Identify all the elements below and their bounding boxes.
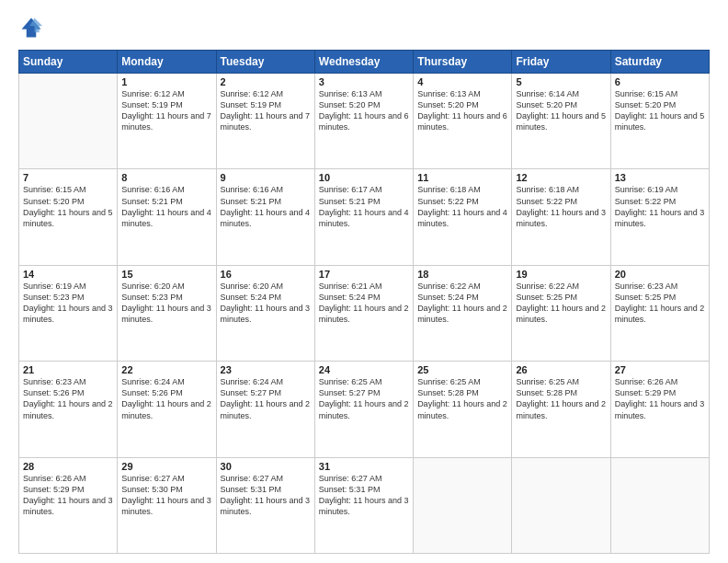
- day-number: 25: [417, 364, 507, 375]
- day-info: Sunrise: 6:18 AMSunset: 5:22 PMDaylight:…: [516, 184, 606, 229]
- day-number: 28: [23, 461, 113, 472]
- day-number: 5: [516, 76, 606, 87]
- calendar-cell: 8Sunrise: 6:16 AMSunset: 5:21 PMDaylight…: [118, 169, 216, 265]
- day-info: Sunrise: 6:20 AMSunset: 5:24 PMDaylight:…: [221, 281, 311, 326]
- calendar-cell: [512, 457, 610, 553]
- day-info: Sunrise: 6:16 AMSunset: 5:21 PMDaylight:…: [121, 184, 211, 229]
- logo: [18, 15, 48, 40]
- day-info: Sunrise: 6:25 AMSunset: 5:27 PMDaylight:…: [319, 376, 409, 421]
- week-row-4: 21Sunrise: 6:23 AMSunset: 5:26 PMDayligh…: [19, 362, 710, 457]
- day-info: Sunrise: 6:17 AMSunset: 5:21 PMDaylight:…: [319, 184, 409, 229]
- calendar-cell: 21Sunrise: 6:23 AMSunset: 5:26 PMDayligh…: [19, 362, 118, 457]
- day-info: Sunrise: 6:27 AMSunset: 5:30 PMDaylight:…: [121, 473, 211, 518]
- day-info: Sunrise: 6:25 AMSunset: 5:28 PMDaylight:…: [417, 376, 507, 421]
- weekday-header-thursday: Thursday: [414, 51, 512, 74]
- calendar-cell: 23Sunrise: 6:24 AMSunset: 5:27 PMDayligh…: [216, 362, 314, 457]
- calendar-cell: 15Sunrise: 6:20 AMSunset: 5:23 PMDayligh…: [118, 265, 216, 361]
- day-info: Sunrise: 6:24 AMSunset: 5:26 PMDaylight:…: [121, 376, 211, 421]
- day-number: 1: [121, 76, 211, 87]
- day-info: Sunrise: 6:25 AMSunset: 5:28 PMDaylight:…: [516, 376, 606, 421]
- day-info: Sunrise: 6:15 AMSunset: 5:20 PMDaylight:…: [615, 88, 705, 133]
- day-number: 24: [319, 364, 409, 375]
- day-number: 3: [319, 76, 409, 87]
- day-info: Sunrise: 6:13 AMSunset: 5:20 PMDaylight:…: [319, 88, 409, 133]
- day-number: 18: [417, 269, 507, 280]
- day-info: Sunrise: 6:12 AMSunset: 5:19 PMDaylight:…: [221, 88, 311, 133]
- day-number: 23: [221, 364, 311, 375]
- weekday-header-sunday: Sunday: [19, 51, 118, 74]
- calendar-cell: 16Sunrise: 6:20 AMSunset: 5:24 PMDayligh…: [216, 265, 314, 361]
- calendar-cell: 11Sunrise: 6:18 AMSunset: 5:22 PMDayligh…: [414, 169, 512, 265]
- calendar-cell: [414, 457, 512, 553]
- page: SundayMondayTuesdayWednesdayThursdayFrid…: [0, 0, 728, 563]
- day-number: 19: [516, 269, 606, 280]
- day-info: Sunrise: 6:19 AMSunset: 5:22 PMDaylight:…: [615, 184, 705, 229]
- calendar-cell: 4Sunrise: 6:13 AMSunset: 5:20 PMDaylight…: [414, 74, 512, 169]
- calendar-cell: 27Sunrise: 6:26 AMSunset: 5:29 PMDayligh…: [610, 362, 709, 457]
- day-info: Sunrise: 6:23 AMSunset: 5:25 PMDaylight:…: [615, 281, 705, 326]
- day-number: 22: [121, 364, 211, 375]
- day-number: 7: [23, 172, 113, 183]
- calendar-cell: 13Sunrise: 6:19 AMSunset: 5:22 PMDayligh…: [610, 169, 709, 265]
- day-info: Sunrise: 6:27 AMSunset: 5:31 PMDaylight:…: [319, 473, 409, 518]
- day-number: 6: [615, 76, 705, 87]
- day-number: 21: [23, 364, 113, 375]
- day-info: Sunrise: 6:19 AMSunset: 5:23 PMDaylight:…: [23, 281, 113, 326]
- weekday-header-wednesday: Wednesday: [314, 51, 413, 74]
- calendar-cell: 31Sunrise: 6:27 AMSunset: 5:31 PMDayligh…: [314, 457, 413, 553]
- day-number: 31: [319, 461, 409, 472]
- day-number: 27: [615, 364, 705, 375]
- calendar-cell: [19, 74, 118, 169]
- day-number: 17: [319, 269, 409, 280]
- day-info: Sunrise: 6:22 AMSunset: 5:24 PMDaylight:…: [417, 281, 507, 326]
- weekday-header-friday: Friday: [512, 51, 610, 74]
- day-number: 29: [121, 461, 211, 472]
- calendar-cell: 30Sunrise: 6:27 AMSunset: 5:31 PMDayligh…: [216, 457, 314, 553]
- calendar-cell: 18Sunrise: 6:22 AMSunset: 5:24 PMDayligh…: [414, 265, 512, 361]
- calendar-cell: 3Sunrise: 6:13 AMSunset: 5:20 PMDaylight…: [314, 74, 413, 169]
- day-number: 30: [221, 461, 311, 472]
- calendar-cell: 29Sunrise: 6:27 AMSunset: 5:30 PMDayligh…: [118, 457, 216, 553]
- calendar-cell: 1Sunrise: 6:12 AMSunset: 5:19 PMDaylight…: [118, 74, 216, 169]
- day-number: 10: [319, 172, 409, 183]
- day-info: Sunrise: 6:26 AMSunset: 5:29 PMDaylight:…: [615, 376, 705, 421]
- day-number: 11: [417, 172, 507, 183]
- day-info: Sunrise: 6:14 AMSunset: 5:20 PMDaylight:…: [516, 88, 606, 133]
- logo-icon: [18, 15, 44, 40]
- day-info: Sunrise: 6:16 AMSunset: 5:21 PMDaylight:…: [221, 184, 311, 229]
- day-number: 16: [221, 269, 311, 280]
- day-number: 20: [615, 269, 705, 280]
- day-info: Sunrise: 6:23 AMSunset: 5:26 PMDaylight:…: [23, 376, 113, 421]
- header: [18, 15, 710, 40]
- day-info: Sunrise: 6:15 AMSunset: 5:20 PMDaylight:…: [23, 184, 113, 229]
- day-number: 12: [516, 172, 606, 183]
- day-info: Sunrise: 6:20 AMSunset: 5:23 PMDaylight:…: [121, 281, 211, 326]
- calendar-cell: 19Sunrise: 6:22 AMSunset: 5:25 PMDayligh…: [512, 265, 610, 361]
- week-row-2: 7Sunrise: 6:15 AMSunset: 5:20 PMDaylight…: [19, 169, 710, 265]
- calendar-cell: 9Sunrise: 6:16 AMSunset: 5:21 PMDaylight…: [216, 169, 314, 265]
- calendar-cell: 17Sunrise: 6:21 AMSunset: 5:24 PMDayligh…: [314, 265, 413, 361]
- day-number: 14: [23, 269, 113, 280]
- calendar-cell: 24Sunrise: 6:25 AMSunset: 5:27 PMDayligh…: [314, 362, 413, 457]
- calendar-cell: 28Sunrise: 6:26 AMSunset: 5:29 PMDayligh…: [19, 457, 118, 553]
- calendar-cell: 7Sunrise: 6:15 AMSunset: 5:20 PMDaylight…: [19, 169, 118, 265]
- weekday-header-tuesday: Tuesday: [216, 51, 314, 74]
- day-info: Sunrise: 6:24 AMSunset: 5:27 PMDaylight:…: [221, 376, 311, 421]
- weekday-header-monday: Monday: [118, 51, 216, 74]
- day-info: Sunrise: 6:13 AMSunset: 5:20 PMDaylight:…: [417, 88, 507, 133]
- calendar-cell: 2Sunrise: 6:12 AMSunset: 5:19 PMDaylight…: [216, 74, 314, 169]
- day-info: Sunrise: 6:27 AMSunset: 5:31 PMDaylight:…: [221, 473, 311, 518]
- day-number: 26: [516, 364, 606, 375]
- day-info: Sunrise: 6:18 AMSunset: 5:22 PMDaylight:…: [417, 184, 507, 229]
- calendar-cell: 5Sunrise: 6:14 AMSunset: 5:20 PMDaylight…: [512, 74, 610, 169]
- day-info: Sunrise: 6:12 AMSunset: 5:19 PMDaylight:…: [121, 88, 211, 133]
- day-info: Sunrise: 6:22 AMSunset: 5:25 PMDaylight:…: [516, 281, 606, 326]
- calendar-cell: 22Sunrise: 6:24 AMSunset: 5:26 PMDayligh…: [118, 362, 216, 457]
- calendar-cell: 20Sunrise: 6:23 AMSunset: 5:25 PMDayligh…: [610, 265, 709, 361]
- calendar-cell: 26Sunrise: 6:25 AMSunset: 5:28 PMDayligh…: [512, 362, 610, 457]
- day-info: Sunrise: 6:21 AMSunset: 5:24 PMDaylight:…: [319, 281, 409, 326]
- day-number: 2: [221, 76, 311, 87]
- calendar-cell: 14Sunrise: 6:19 AMSunset: 5:23 PMDayligh…: [19, 265, 118, 361]
- calendar-cell: 25Sunrise: 6:25 AMSunset: 5:28 PMDayligh…: [414, 362, 512, 457]
- calendar-cell: 12Sunrise: 6:18 AMSunset: 5:22 PMDayligh…: [512, 169, 610, 265]
